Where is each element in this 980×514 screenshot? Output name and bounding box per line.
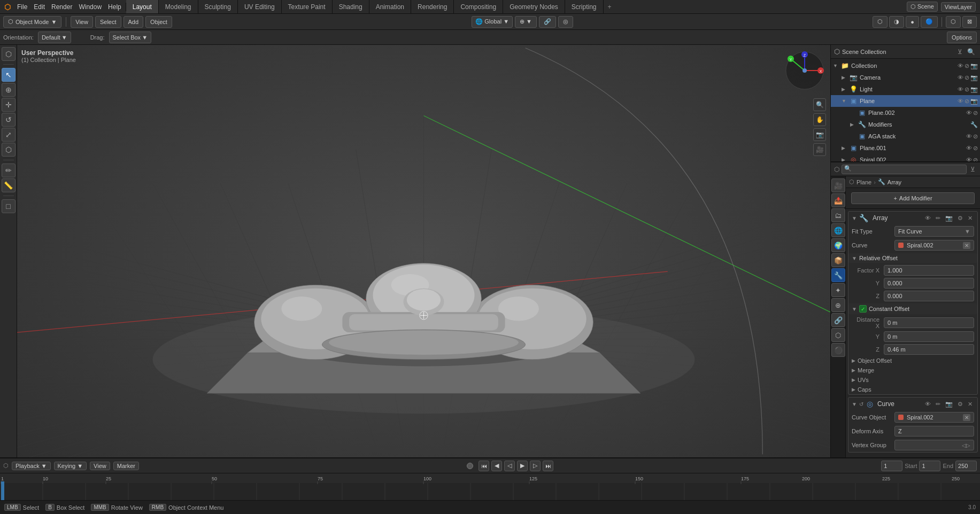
play-btn[interactable]: ▶ <box>517 461 528 471</box>
outliner-item-spiral002[interactable]: ▶ ◎ Spiral.002 👁 ⊘ <box>831 154 980 161</box>
start-frame-input[interactable] <box>919 461 940 471</box>
viewport-shading-4[interactable]: 🔵 <box>921 16 938 28</box>
array-toggle-vis[interactable]: 👁 <box>923 214 932 222</box>
outliner-item-collection[interactable]: ▼ 📁 Collection 👁 ⊘ 📷 <box>831 60 980 72</box>
breadcrumb-plane[interactable]: Plane <box>856 179 871 185</box>
vg-icon-left[interactable]: ◁ <box>962 442 966 448</box>
prop-view-layer-icon[interactable]: 🗂 <box>831 208 845 222</box>
tab-animation[interactable]: Animation <box>369 0 411 13</box>
measure-tool[interactable]: 📏 <box>2 178 16 192</box>
aga-vis-eye[interactable]: 👁 <box>966 133 972 140</box>
options-button[interactable]: Options <box>947 32 977 43</box>
curve-settings[interactable]: ⚙ <box>956 400 964 408</box>
transform-space-selector[interactable]: 🌐 Global ▼ <box>472 16 513 28</box>
cam-vis-render[interactable]: 📷 <box>970 74 978 81</box>
camera-view-btn[interactable]: 📷 <box>813 128 826 141</box>
move-tool[interactable]: ✛ <box>2 98 16 112</box>
mode-selector[interactable]: ⬡ Object Mode ▼ <box>3 16 61 28</box>
view-layer-selector[interactable]: ViewLayer <box>941 2 976 12</box>
uvs-section[interactable]: ▶ UVs <box>848 375 977 385</box>
zoom-in-btn[interactable]: 🔍 <box>813 98 826 111</box>
expand-plane001[interactable]: ▶ <box>842 145 847 151</box>
add-menu[interactable]: Add <box>124 16 144 28</box>
view-menu[interactable]: View <box>71 16 93 28</box>
expand-light[interactable]: ▶ <box>842 87 847 92</box>
step-back-btn[interactable]: ◀ <box>491 461 502 471</box>
curve-toggle-render[interactable]: 📷 <box>944 400 954 408</box>
transform-pivot[interactable]: ⊕ ▼ <box>515 16 537 28</box>
orientation-selector[interactable]: Default ▼ <box>38 32 71 43</box>
vis-render[interactable]: 📷 <box>970 63 978 69</box>
outliner-item-plane001[interactable]: ▶ ▣ Plane.001 👁 ⊘ <box>831 142 980 154</box>
p002-vis-eye[interactable]: 👁 <box>966 110 972 116</box>
factor-y-value[interactable]: 0.000 <box>884 278 974 289</box>
vertex-group-value[interactable]: ◁ ▷ <box>894 440 974 450</box>
expand-camera[interactable]: ▶ <box>842 75 847 80</box>
viewport-gizmo[interactable]: X Y Z <box>783 49 826 92</box>
plane-vis-eye[interactable]: 👁 <box>958 98 963 105</box>
menu-help[interactable]: Help <box>108 3 121 11</box>
spiral-vis-eye[interactable]: 👁 <box>966 157 972 162</box>
xray[interactable]: ⊠ <box>962 16 977 28</box>
prop-modifier-icon active[interactable]: 🔧 <box>831 268 845 282</box>
expand-spiral002[interactable]: ▶ <box>842 157 847 161</box>
outliner-filter-btn[interactable]: ⊻ <box>956 48 964 56</box>
light-vis-restrict[interactable]: ⊘ <box>964 86 969 93</box>
p001-vis-eye[interactable]: 👁 <box>966 145 972 152</box>
prop-object-icon[interactable]: 📦 <box>831 253 845 267</box>
curve-modifier-title-row[interactable]: ▼ ↺ ◎ Curve 👁 ✏ 📷 ⚙ ✕ <box>848 398 977 410</box>
snap-toggle[interactable]: 🔗 <box>539 16 556 28</box>
array-toggle-render[interactable]: 📷 <box>944 214 954 222</box>
curve-delete[interactable]: ✕ <box>966 400 974 408</box>
current-frame-input[interactable] <box>881 461 902 471</box>
caps-section[interactable]: ▶ Caps <box>848 385 977 394</box>
jump-start-btn[interactable]: ⏮ <box>479 461 489 471</box>
array-modifier-title-row[interactable]: ▼ 🔧 Array 👁 ✏ 📷 ⚙ ✕ <box>848 212 977 224</box>
prop-world-icon[interactable]: 🌍 <box>831 238 845 252</box>
keying-menu[interactable]: Keying ▼ <box>54 462 87 470</box>
factor-x-value[interactable]: 1.000 <box>884 265 974 276</box>
tab-texture-paint[interactable]: Texture Paint <box>282 0 333 13</box>
outliner-item-plane[interactable]: ▼ ▣ Plane 👁 ⊘ 📷 <box>831 95 980 107</box>
tab-modeling[interactable]: Modeling <box>159 0 198 13</box>
prop-render-icon[interactable]: 🎥 <box>831 178 845 192</box>
dist-y-value[interactable]: 0 m <box>884 331 974 342</box>
curve-obj-clear[interactable]: ✕ <box>963 414 970 421</box>
mod-vis-1[interactable]: 🔧 <box>970 121 978 128</box>
props-search[interactable]: 🔍 <box>842 165 967 174</box>
marker-menu[interactable]: Marker <box>113 462 139 470</box>
tab-sculpting[interactable]: Sculpting <box>198 0 238 13</box>
prop-output-icon[interactable]: 📤 <box>831 193 845 207</box>
merge-section[interactable]: ▶ Merge <box>848 365 977 375</box>
light-vis-render[interactable]: 📷 <box>970 86 978 93</box>
prop-data-icon[interactable]: ⬡ <box>831 328 845 342</box>
mode-switch-btn[interactable]: ⬡ <box>2 47 16 61</box>
object-menu[interactable]: Object <box>145 16 172 28</box>
menu-window[interactable]: Window <box>79 3 102 11</box>
plane-vis-render[interactable]: 📷 <box>970 98 978 105</box>
tab-scripting[interactable]: Scripting <box>565 0 604 13</box>
blender-logo[interactable]: ⬡ <box>4 3 11 11</box>
curve-clear-btn[interactable]: ✕ <box>963 242 970 249</box>
transform-tool[interactable]: ⬡ <box>2 143 16 157</box>
timeline-view-menu[interactable]: View <box>90 462 110 470</box>
cursor-tool[interactable]: ⊕ <box>2 83 16 97</box>
array-settings[interactable]: ⚙ <box>956 214 964 222</box>
outliner-search-btn[interactable]: 🔍 <box>966 48 977 56</box>
deform-axis-value[interactable]: Z <box>894 426 974 437</box>
select-tool[interactable]: ↖ <box>2 68 16 82</box>
step-fwd-btn[interactable]: ▷ <box>530 461 541 471</box>
tab-shading[interactable]: Shading <box>333 0 369 13</box>
outliner-item-light[interactable]: ▶ 💡 Light 👁 ⊘ 📷 <box>831 83 980 95</box>
constant-offset-header[interactable]: ▼ ✓ Constant Offset <box>848 303 977 314</box>
add-cube-tool[interactable]: □ <box>2 199 16 213</box>
array-toggle-edit[interactable]: ✏ <box>934 214 942 222</box>
outliner-item-aga-stack[interactable]: ▣ AGA stack 👁 ⊘ <box>831 130 980 142</box>
p002-vis-restrict[interactable]: ⊘ <box>973 110 978 116</box>
outliner-item-camera[interactable]: ▶ 📷 Camera 👁 ⊘ 📷 <box>831 72 980 83</box>
play-reverse-btn[interactable]: ◁ <box>504 461 515 471</box>
viewport-shading-2[interactable]: ◑ <box>889 16 904 28</box>
dist-x-value[interactable]: 0 m <box>884 317 974 328</box>
tab-layout[interactable]: Layout <box>126 0 159 13</box>
drag-selector[interactable]: Select Box ▼ <box>109 32 151 43</box>
